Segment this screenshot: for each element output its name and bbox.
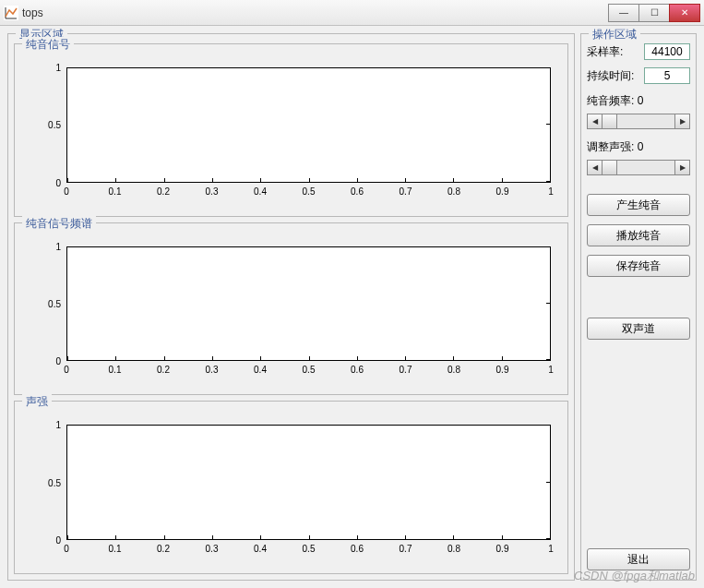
generate-button[interactable]: 产生纯音 (587, 194, 690, 216)
chart-group-spectrum: 纯音信号频谱 00.10.20.30.40.50.60.70.80.91 00.… (14, 222, 568, 396)
x-tick-label: 0.3 (206, 365, 219, 375)
y-tick-label: 0 (55, 356, 61, 366)
y-tick-label: 0.5 (48, 120, 61, 130)
operation-area-title: 操作区域 (589, 27, 640, 42)
x-tick-label: 0.4 (254, 544, 267, 554)
x-tick-label: 0.9 (496, 365, 509, 375)
x-tick-label: 0.1 (109, 544, 122, 554)
y-tick-label: 0.5 (48, 477, 61, 487)
arrow-left-icon[interactable]: ◀ (588, 114, 603, 128)
x-tick-label: 1 (548, 365, 554, 375)
intensity-slider[interactable]: ◀ ▶ (587, 160, 690, 175)
x-tick-label: 0.2 (157, 544, 170, 554)
sample-rate-input[interactable] (644, 43, 690, 60)
frequency-label: 纯音频率: 0 (587, 93, 690, 109)
play-button[interactable]: 播放纯音 (587, 224, 690, 246)
chart-axes: 00.10.20.30.40.50.60.70.80.91 00.51 (20, 54, 562, 210)
x-tick-label: 0.4 (254, 186, 267, 197)
arrow-left-icon[interactable]: ◀ (588, 161, 603, 174)
x-tick-label: 0.5 (303, 544, 316, 554)
app-icon (4, 6, 18, 20)
x-tick-label: 0.5 (303, 365, 316, 375)
y-tick-label: 1 (55, 420, 61, 430)
chart-title: 声强 (22, 394, 52, 410)
save-button[interactable]: 保存纯音 (587, 255, 690, 277)
x-tick-label: 0.2 (157, 365, 170, 375)
x-tick-label: 1 (548, 544, 554, 554)
x-tick-label: 0 (64, 186, 69, 197)
chart-group-intensity: 声强 00.10.20.30.40.50.60.70.80.91 00.51 (14, 401, 568, 574)
chart-title: 纯音信号 (22, 37, 74, 53)
y-tick-label: 0 (55, 535, 61, 546)
arrow-right-icon[interactable]: ▶ (674, 161, 689, 174)
sample-rate-label: 采样率: (587, 44, 640, 60)
window-title: tops (22, 6, 605, 19)
chart-title: 纯音信号频谱 (22, 216, 96, 232)
x-tick-label: 1 (548, 186, 554, 197)
chart-axes: 00.10.20.30.40.50.60.70.80.91 00.51 (20, 411, 562, 568)
x-tick-label: 0.7 (400, 186, 412, 197)
display-area-group: 显示区域 纯音信号 00.10.20.30.40.50.60.70.80.91 … (7, 33, 575, 581)
x-tick-label: 0.9 (496, 186, 509, 197)
y-tick-label: 0.5 (48, 299, 61, 309)
x-tick-label: 0.7 (400, 365, 412, 375)
x-tick-label: 0.8 (447, 186, 460, 197)
watermark: CSDN @fpga和matlab (574, 568, 695, 584)
x-tick-label: 0 (64, 365, 69, 375)
x-tick-label: 0.6 (351, 365, 364, 375)
duration-label: 持续时间: (587, 68, 640, 84)
chart-group-signal: 纯音信号 00.10.20.30.40.50.60.70.80.91 00.51 (14, 43, 568, 217)
x-tick-label: 0.2 (157, 186, 170, 197)
titlebar: tops — ☐ ✕ (0, 0, 704, 26)
intensity-label: 调整声强: 0 (587, 139, 690, 155)
duration-input[interactable] (644, 67, 690, 84)
arrow-right-icon[interactable]: ▶ (674, 114, 689, 128)
chart-axes: 00.10.20.30.40.50.60.70.80.91 00.51 (20, 233, 562, 390)
x-tick-label: 0 (64, 544, 69, 554)
operation-area-group: 操作区域 采样率: 持续时间: 纯音频率: 0 ◀ ▶ 调整声强: 0 ◀ ▶ … (580, 33, 697, 581)
x-tick-label: 0.8 (447, 544, 460, 554)
x-tick-label: 0.6 (351, 186, 364, 197)
close-button[interactable]: ✕ (669, 4, 700, 22)
x-tick-label: 0.1 (109, 186, 122, 197)
x-tick-label: 0.3 (206, 544, 219, 554)
x-tick-label: 0.7 (400, 544, 412, 554)
x-tick-label: 0.4 (254, 365, 267, 375)
x-tick-label: 0.6 (351, 544, 364, 554)
minimize-button[interactable]: — (608, 4, 639, 22)
x-tick-label: 0.5 (303, 186, 316, 197)
x-tick-label: 0.9 (496, 544, 509, 554)
y-tick-label: 0 (55, 177, 61, 187)
y-tick-label: 1 (55, 63, 61, 73)
x-tick-label: 0.3 (206, 186, 219, 197)
frequency-slider[interactable]: ◀ ▶ (587, 114, 690, 129)
x-tick-label: 0.1 (109, 365, 122, 375)
x-tick-label: 0.8 (447, 365, 460, 375)
maximize-button[interactable]: ☐ (638, 4, 670, 22)
stereo-button[interactable]: 双声道 (587, 318, 690, 340)
y-tick-label: 1 (55, 241, 61, 251)
